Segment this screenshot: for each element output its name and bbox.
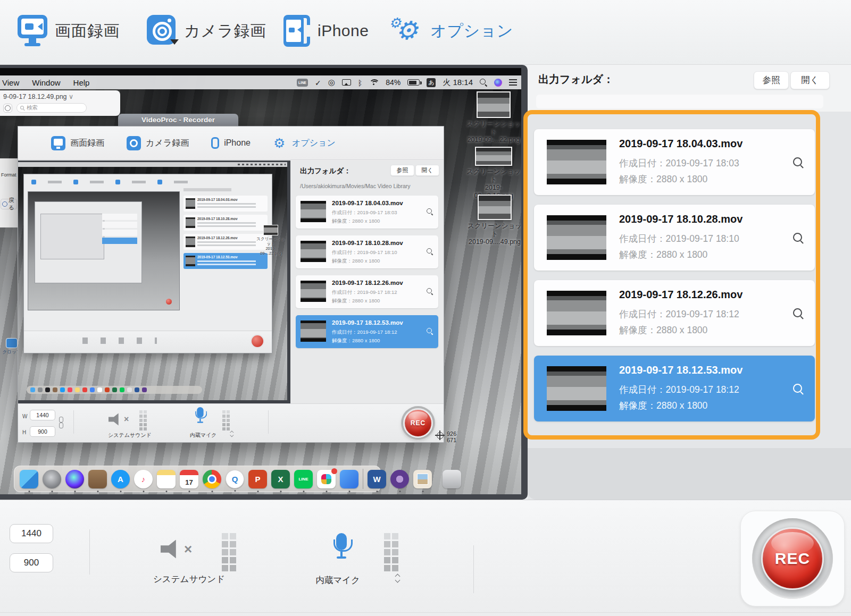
inner-options-button: オプション bbox=[273, 136, 336, 150]
level2-rec-dot bbox=[166, 299, 172, 305]
browse-button[interactable]: 参照 bbox=[754, 71, 789, 89]
siri-icon bbox=[494, 79, 502, 87]
inner-browse-button: 参照 bbox=[390, 165, 414, 176]
inner-captured-desktop: 2019-09-17 18.04.03.mov 2019-09-17 18.10… bbox=[18, 162, 287, 400]
inner-toolbar: 画面録画 カメラ録画 iPhone オプション bbox=[18, 126, 444, 160]
wallpaper-top-band bbox=[0, 68, 521, 75]
magnifier-icon bbox=[427, 328, 433, 334]
output-path-field bbox=[536, 95, 823, 108]
desktop-icon-screenshot-2: スクリーンショット2019-09...2.16.png bbox=[466, 147, 521, 200]
menu-window: Window bbox=[32, 78, 60, 87]
inner-open-button: 開く bbox=[415, 165, 439, 176]
mic-toggle[interactable] bbox=[331, 533, 352, 563]
file-resolution: 解像度：2880 x 1800 bbox=[619, 248, 707, 261]
dock-notes-icon bbox=[157, 470, 176, 488]
iphone-label: iPhone bbox=[318, 22, 369, 40]
mic-level-meter bbox=[384, 533, 398, 571]
output-folder-label: 出力フォルダ： bbox=[538, 72, 614, 87]
line-status-icon: LINE bbox=[297, 79, 308, 87]
inner-rec-button: REC bbox=[401, 406, 435, 440]
rec-label: REC bbox=[775, 550, 810, 568]
videoproc-recorder-window: 画面録画 カメラ録画 iPhone オプション View Window Help bbox=[0, 0, 851, 616]
background-preview-app-window: 9-09-17 18.12.49.png ∨ 検索 bbox=[0, 90, 120, 116]
rec-button-ring: REC bbox=[752, 518, 833, 599]
menu-bar-clock: 火 18:14 bbox=[443, 78, 473, 88]
file-item-4-selected[interactable]: 2019-09-17 18.12.53.mov 作成日付：2019-09-17 … bbox=[534, 356, 815, 421]
magnifier-icon[interactable] bbox=[793, 157, 803, 167]
dock-calendar-icon: 17 bbox=[180, 470, 198, 488]
dock-shortcuts-icon bbox=[340, 470, 358, 488]
magnifier-icon bbox=[427, 248, 433, 255]
options-button[interactable]: オプション bbox=[390, 15, 513, 47]
screenshot-thumbnail bbox=[478, 195, 512, 220]
input-source-badge: あ bbox=[427, 78, 436, 87]
inner-file-item-selected: 2019-09-17 18.12.53.mov 作成日付：2019-09-17 … bbox=[296, 315, 438, 348]
inner-camera-record-button: カメラ録画 bbox=[127, 136, 189, 150]
level2-desktop-icon: スクリーンショット 2019-09-...22.png bbox=[255, 225, 286, 256]
file-created: 作成日付：2019-09-17 18:12 bbox=[619, 383, 739, 396]
dock-slack-icon bbox=[317, 470, 336, 488]
open-button[interactable]: 開く bbox=[790, 71, 830, 89]
sound-level-meter bbox=[222, 533, 236, 571]
inner-file-item: 2019-09-17 18.10.28.mov 作成日付：2019-09-17 … bbox=[296, 235, 438, 268]
rec-button[interactable]: REC bbox=[761, 527, 824, 590]
menu-help: Help bbox=[73, 78, 90, 87]
inner-output-path: /Users/akiokimura/Movies/Mac Video Libra… bbox=[300, 183, 437, 189]
crop-icon bbox=[6, 338, 18, 348]
fragment-menu-text: Format View bbox=[1, 172, 18, 178]
system-sound-toggle[interactable]: × bbox=[161, 538, 192, 560]
mic-label: 内蔵マイク bbox=[306, 575, 370, 586]
inner-output-folder-label: 出力フォルダ： bbox=[300, 166, 351, 176]
file-item-1[interactable]: 2019-09-17 18.04.03.mov 作成日付：2019-09-17 … bbox=[534, 129, 815, 195]
link-dimensions-icon bbox=[59, 417, 63, 428]
dock-launchpad-icon bbox=[43, 470, 61, 488]
crop-size-indicator: 926 671 bbox=[435, 431, 456, 443]
creative-cloud-icon bbox=[328, 78, 335, 87]
options-label: オプション bbox=[430, 20, 513, 42]
inner-height-field: 900 bbox=[30, 426, 55, 437]
inner-screen-preview: 2019-09-17 18.04.03.mov 2019-09-17 18.10… bbox=[18, 161, 290, 403]
file-item-3[interactable]: 2019-09-17 18.12.26.mov 作成日付：2019-09-17 … bbox=[534, 280, 815, 346]
mic-selector-icon[interactable] bbox=[395, 573, 401, 583]
magnifier-icon[interactable] bbox=[793, 308, 803, 318]
inner-mic-label: 内蔵マイク bbox=[182, 432, 224, 439]
gear-icon bbox=[390, 15, 423, 47]
dock-photos-icon bbox=[413, 470, 432, 488]
dropdown-caret-icon bbox=[170, 39, 179, 49]
dock-quicktime-icon: Q bbox=[226, 470, 244, 488]
inner-system-sound-toggle: × bbox=[109, 412, 129, 426]
screenshot-thumbnail bbox=[477, 91, 511, 118]
file-item-2[interactable]: 2019-09-17 18.10.28.mov 作成日付：2019-09-17 … bbox=[534, 205, 815, 271]
level2-videoproc-window: 2019-09-17 18.04.03.mov 2019-09-17 18.10… bbox=[23, 174, 272, 353]
markup-button bbox=[3, 104, 12, 113]
iphone-button[interactable]: iPhone bbox=[283, 15, 369, 47]
file-resolution: 解像度：2880 x 1800 bbox=[619, 399, 707, 412]
file-resolution: 解像度：2880 x 1800 bbox=[619, 324, 707, 336]
height-input[interactable] bbox=[10, 553, 53, 572]
screen-capture-preview[interactable]: View Window Help LINE 84% あ 火 18:14 bbox=[0, 65, 528, 500]
width-input[interactable] bbox=[10, 524, 53, 543]
screen-record-button[interactable]: 画面録画 bbox=[18, 15, 120, 47]
dock-video-app-icon bbox=[390, 470, 409, 488]
iphone-icon bbox=[283, 15, 310, 47]
camera-record-button[interactable]: カメラ録画 bbox=[147, 15, 266, 47]
screenshot-thumbnail bbox=[475, 147, 512, 166]
spotlight-icon bbox=[480, 79, 487, 86]
video-thumbnail bbox=[547, 291, 606, 335]
battery-percent: 84% bbox=[386, 78, 401, 87]
recording-file-list: 2019-09-17 18.04.03.mov 作成日付：2019-09-17 … bbox=[534, 129, 815, 431]
resize-crosshair-icon[interactable] bbox=[435, 431, 445, 440]
battery-icon bbox=[407, 79, 420, 86]
dock-trash-icon bbox=[443, 470, 461, 488]
screen-record-icon bbox=[51, 136, 65, 150]
preview-search-field: 検索 bbox=[16, 103, 87, 113]
inner-window-title: VideoProc - Recorder bbox=[118, 114, 238, 126]
system-sound-label: システムサウンド bbox=[143, 573, 236, 585]
magnifier-icon[interactable] bbox=[793, 233, 803, 243]
inner-width-field: 1440 bbox=[30, 410, 55, 420]
captured-menu-bar: View Window Help LINE 84% あ 火 18:14 bbox=[0, 75, 521, 89]
file-name: 2019-09-17 18.10.28.mov bbox=[619, 213, 742, 225]
desktop-icon-screenshot-3: スクリーンショット2019-09....49.png bbox=[467, 195, 521, 246]
inner-mic-level-meter bbox=[222, 410, 230, 431]
magnifier-icon[interactable] bbox=[793, 384, 803, 394]
